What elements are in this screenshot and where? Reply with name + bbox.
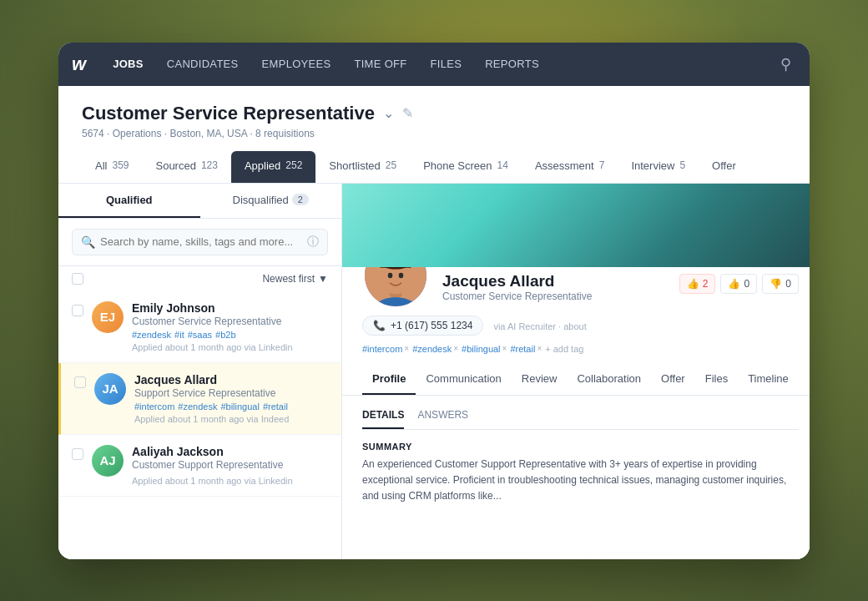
nav-candidates[interactable]: CANDIDATES <box>157 53 249 75</box>
candidate-name: Aaliyah Jackson <box>132 445 328 458</box>
list-item[interactable]: JA Jacques Allard Support Service Repres… <box>58 363 341 435</box>
edit-icon[interactable]: ✎ <box>402 105 413 121</box>
tab-offer[interactable]: Offer <box>651 364 695 395</box>
svg-point-8 <box>399 272 404 277</box>
tab-files[interactable]: Files <box>695 364 738 395</box>
left-panel: Qualified Disqualified 2 🔍 ⓘ Newe <box>58 184 342 559</box>
tab-disqualified[interactable]: Disqualified 2 <box>200 184 342 218</box>
profile-tag[interactable]: #zendesk × <box>412 344 458 354</box>
stage-tab-shortlisted[interactable]: Shortlisted 25 <box>315 151 410 183</box>
stage-tab-sourced[interactable]: Sourced 123 <box>142 151 230 183</box>
profile-candidate-role: Customer Service Representative <box>442 290 666 302</box>
tab-profile[interactable]: Profile <box>362 364 416 395</box>
profile-tag[interactable]: #retail × <box>510 344 542 354</box>
details-subtabs: DETAILS ANSWERS <box>362 409 799 430</box>
profile-tag[interactable]: #intercom × <box>362 344 409 354</box>
candidate-list: EJ Emily Johnson Customer Service Repres… <box>58 291 341 559</box>
stage-tab-all[interactable]: All 359 <box>82 151 142 183</box>
nav-employees[interactable]: EMPLOYEES <box>252 53 341 75</box>
phone-icon: 📞 <box>373 320 386 331</box>
search-icon[interactable]: ⚲ <box>775 50 796 78</box>
avatar: EJ <box>92 301 124 333</box>
nav-files[interactable]: FILES <box>421 53 472 75</box>
candidate-checkbox[interactable] <box>72 305 83 316</box>
profile-banner <box>342 184 810 267</box>
list-item[interactable]: AJ Aaliyah Jackson Customer Support Repr… <box>58 435 341 497</box>
vote-down-count: 0 <box>785 278 791 290</box>
tag[interactable]: #zendesk <box>132 330 171 340</box>
sort-row: Newest first ▼ <box>58 266 341 291</box>
details-section: DETAILS ANSWERS SUMMARY An experienced C… <box>342 396 810 518</box>
applied-date: Applied about 1 month ago via Linkedin <box>132 342 328 352</box>
nav-jobs[interactable]: JOBS <box>103 53 154 75</box>
vote-up-button[interactable]: 👍 2 <box>679 274 716 294</box>
stage-tab-phonescreen[interactable]: Phone Screen 14 <box>410 151 522 183</box>
candidate-checkbox[interactable] <box>74 376 86 388</box>
tag[interactable]: #bilingual <box>220 402 259 412</box>
subtab-details[interactable]: DETAILS <box>362 409 404 429</box>
top-nav: w JOBS CANDIDATES EMPLOYEES TIME OFF FIL… <box>58 43 810 86</box>
job-meta: 5674 · Operations · Boston, MA, USA · 8 … <box>82 128 786 139</box>
tab-qualified[interactable]: Qualified <box>58 184 200 218</box>
page-header: Customer Service Representative ⌄ ✎ 5674… <box>58 86 810 184</box>
app-logo: w <box>72 53 86 75</box>
main-content: Qualified Disqualified 2 🔍 ⓘ Newe <box>58 184 810 559</box>
search-field-wrap[interactable]: 🔍 ⓘ <box>72 229 328 255</box>
tab-timeline[interactable]: Timeline <box>738 364 799 395</box>
profile-candidate-name: Jacques Allard <box>442 272 666 290</box>
nav-reports[interactable]: REPORTS <box>475 53 549 75</box>
tag[interactable]: #it <box>174 330 184 340</box>
vote-neutral-button[interactable]: 👍 0 <box>720 274 757 294</box>
profile-tags: #intercom × #zendesk × #bilingual × #ret… <box>362 344 799 354</box>
search-input[interactable] <box>100 235 302 248</box>
stage-tab-assessment[interactable]: Assessment 7 <box>522 151 618 183</box>
tab-review[interactable]: Review <box>512 364 568 395</box>
select-all-checkbox[interactable] <box>72 273 83 285</box>
tab-collaboration[interactable]: Collaboration <box>567 364 651 395</box>
candidate-role: Customer Support Representative <box>132 459 328 471</box>
candidate-info: Jacques Allard Support Service Represent… <box>134 373 328 424</box>
source-label: via AI Recruiter · about <box>493 321 586 331</box>
tab-communication[interactable]: Communication <box>416 364 511 395</box>
svg-point-7 <box>388 272 393 277</box>
tag[interactable]: #b2b <box>215 330 235 340</box>
profile-tag[interactable]: #bilingual × <box>462 344 507 354</box>
subtab-answers[interactable]: ANSWERS <box>417 409 468 429</box>
stage-tab-interview[interactable]: Interview 5 <box>618 151 699 183</box>
phone-chip[interactable]: 📞 +1 (617) 555 1234 <box>362 316 483 336</box>
thumbs-neutral-icon: 👍 <box>728 278 740 290</box>
summary-label: SUMMARY <box>362 442 799 452</box>
add-tag-button[interactable]: + add tag <box>545 344 583 354</box>
candidate-info: Emily Johnson Customer Service Represent… <box>132 301 328 352</box>
info-icon[interactable]: ⓘ <box>307 235 319 250</box>
vote-neutral-count: 0 <box>744 278 749 290</box>
chevron-down-icon[interactable]: ⌄ <box>383 105 394 121</box>
phone-number: +1 (617) 555 1234 <box>391 320 472 331</box>
thumbs-down-icon: 👎 <box>770 278 782 290</box>
job-title: Customer Service Representative <box>82 103 375 124</box>
applied-date: Applied about 1 month ago via Indeed <box>134 414 328 424</box>
applied-date: Applied about 1 month ago via Linkedin <box>132 476 328 486</box>
tag[interactable]: #zendesk <box>178 402 217 412</box>
candidate-checkbox[interactable] <box>72 448 83 460</box>
tag[interactable]: #intercom <box>134 402 174 412</box>
candidate-info: Aaliyah Jackson Customer Support Represe… <box>132 445 328 486</box>
candidate-tags: #zendesk #it #saas #b2b <box>132 330 328 340</box>
tag[interactable]: #retail <box>263 402 288 412</box>
sort-dropdown[interactable]: Newest first ▼ <box>262 273 328 285</box>
search-icon: 🔍 <box>81 235 95 249</box>
list-item[interactable]: EJ Emily Johnson Customer Service Repres… <box>58 291 341 363</box>
thumbs-up-icon: 👍 <box>687 278 699 290</box>
avatar: JA <box>94 373 126 405</box>
stage-tab-offer[interactable]: Offer <box>699 151 749 183</box>
candidate-name: Jacques Allard <box>134 373 328 386</box>
candidate-name: Emily Johnson <box>132 301 328 315</box>
tag[interactable]: #saas <box>188 330 212 340</box>
candidate-role: Support Service Representative <box>134 387 328 399</box>
vote-up-count: 2 <box>703 278 709 290</box>
chevron-down-icon: ▼ <box>318 273 328 285</box>
nav-timeoff[interactable]: TIME OFF <box>344 53 416 75</box>
candidate-role: Customer Service Representative <box>132 316 328 327</box>
vote-down-button[interactable]: 👎 0 <box>762 274 799 294</box>
stage-tab-applied[interactable]: Applied 252 <box>231 151 315 183</box>
